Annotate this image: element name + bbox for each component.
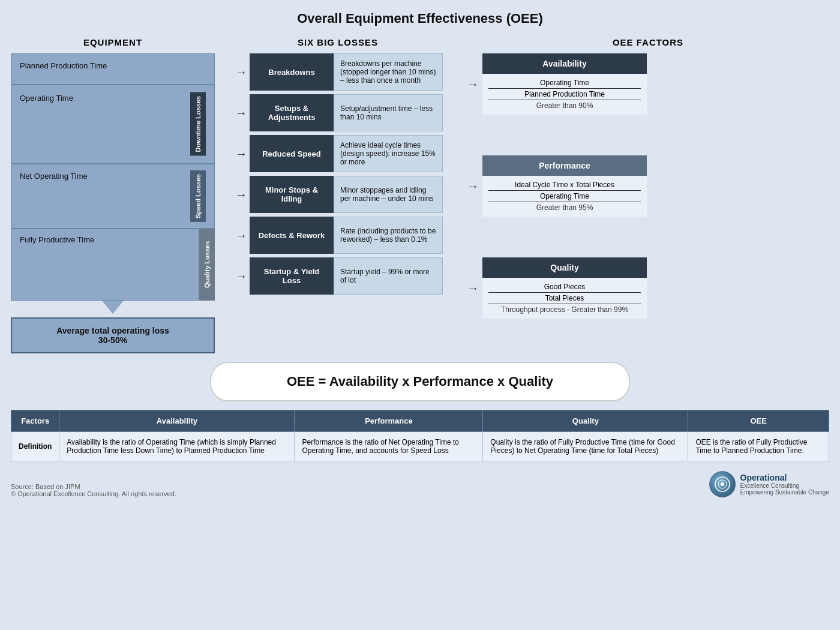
avail-header: Availability — [482, 53, 647, 74]
avg-loss-box: Average total operating loss 30-50% — [11, 317, 215, 353]
qual-row: → Quality Good Pieces Total Pieces Throu… — [467, 257, 647, 319]
loss-desc-3: Minor stoppages and idling per machine –… — [334, 176, 443, 213]
speed-tag: Speed Losses — [190, 170, 206, 222]
avail-formula-top: Operating Time — [488, 79, 641, 89]
losses-list: Breakdowns Breakdowns per machine (stopp… — [233, 53, 443, 295]
table-header-quality: Quality — [483, 410, 688, 431]
footer-logo: Operational Excellence ConsultingEmpower… — [709, 471, 829, 497]
table-header-row: FactorsAvailabilityPerformanceQualityOEE — [11, 410, 829, 431]
arrow-right-4 — [233, 217, 250, 254]
avail-formula-bottom: Planned Production Time — [488, 90, 641, 100]
table-cell-quality: Quality is the ratio of Fully Productive… — [483, 431, 688, 461]
table-head: FactorsAvailabilityPerformanceQualityOEE — [11, 410, 829, 431]
loss-box-2: Reduced Speed — [250, 135, 334, 172]
avg-label: Average total operating loss — [56, 326, 169, 335]
arrow-right-5 — [233, 257, 250, 295]
ot-label: Operating Time — [20, 92, 190, 156]
loss-box-0: Breakdowns — [250, 53, 334, 91]
table-cell-performance: Performance is the ratio of Net Operatin… — [295, 431, 483, 461]
ppt-box: Planned Production Time — [11, 53, 215, 85]
factors-column: OEE FACTORS → Availability Operating Tim… — [443, 37, 829, 319]
loss-item: Breakdowns Breakdowns per machine (stopp… — [233, 53, 443, 91]
table-cell-label: Definition — [11, 431, 59, 461]
loss-item: Reduced Speed Achieve ideal cycle times … — [233, 135, 443, 172]
avail-row: → Availability Operating Time Planned Pr… — [467, 53, 647, 115]
perf-pct: Greater than 95% — [488, 203, 641, 212]
bottom-table: FactorsAvailabilityPerformanceQualityOEE… — [11, 410, 829, 461]
downtime-tag: Downtime Losses — [190, 92, 206, 156]
perf-formula-bottom: Operating Time — [488, 192, 641, 202]
loss-desc-4: Rate (including products to be reworked)… — [334, 217, 443, 254]
copyright-text: © Operational Excellence Consulting. All… — [11, 490, 176, 497]
table-row: DefinitionAvailability is the ratio of O… — [11, 431, 829, 461]
table-header-availability: Availability — [59, 410, 295, 431]
arrow-qual: → — [467, 281, 479, 295]
page-title: Overall Equipment Effectiveness (OEE) — [11, 11, 829, 26]
down-arrow — [11, 301, 215, 314]
loss-box-5: Startup & Yield Loss — [250, 257, 334, 295]
logo-name: Operational — [740, 473, 829, 482]
ppt-label: Planned Production Time — [20, 61, 107, 70]
perf-block: Performance Ideal Cycle Time x Total Pie… — [482, 155, 647, 217]
quality-factor: → Quality Good Pieces Total Pieces Throu… — [467, 257, 647, 319]
avail-pct: Greater than 90% — [488, 101, 641, 110]
logo-text-area: Operational Excellence ConsultingEmpower… — [740, 473, 829, 496]
table-header-oee: OEE — [688, 410, 829, 431]
losses-column: SIX BIG LOSSES Breakdowns Breakdowns per… — [215, 37, 443, 295]
oee-formula-banner: OEE = Availability x Performance x Quali… — [210, 362, 630, 401]
factors-header: OEE FACTORS — [467, 37, 829, 47]
loss-item: Setups & Adjustments Setup/adjustment ti… — [233, 94, 443, 131]
table-header-performance: Performance — [295, 410, 483, 431]
fpt-row: Fully Productive Time Quality Losses — [11, 229, 215, 301]
avail-body: Operating Time Planned Production Time G… — [482, 74, 647, 115]
qual-formula-top: Good Pieces — [488, 283, 641, 293]
logo-sub: Excellence ConsultingEmpowering Sustaina… — [740, 482, 829, 496]
table-cell-oee: OEE is the ratio of Fully Productive Tim… — [688, 431, 829, 461]
loss-desc-2: Achieve ideal cycle times (design speed)… — [334, 135, 443, 172]
qual-header: Quality — [482, 257, 647, 278]
source-text: Source: Based on JIPM — [11, 483, 176, 490]
arrow-perf: → — [467, 179, 479, 193]
logo-circle-icon — [709, 471, 736, 497]
footer: Source: Based on JIPM © Operational Exce… — [11, 471, 829, 497]
performance-factor: → Performance Ideal Cycle Time x Total P… — [467, 155, 647, 217]
arrow-right-2 — [233, 135, 250, 172]
loss-desc-0: Breakdowns per machine (stopped longer t… — [334, 53, 443, 91]
qual-formula-bottom: Total Pieces — [488, 294, 641, 304]
loss-box-4: Defects & Rework — [250, 217, 334, 254]
qual-body: Good Pieces Total Pieces Throughput proc… — [482, 278, 647, 319]
perf-body: Ideal Cycle Time x Total Pieces Operatin… — [482, 176, 647, 217]
operating-time-box: Operating Time Downtime Losses — [11, 85, 215, 164]
avg-value: 30-50% — [56, 335, 169, 345]
qual-block: Quality Good Pieces Total Pieces Through… — [482, 257, 647, 319]
oee-formula-area: OEE = Availability x Performance x Quali… — [11, 362, 829, 401]
not-label: Net Operating Time — [20, 170, 190, 222]
net-operating-time-box: Net Operating Time Speed Losses — [11, 164, 215, 229]
availability-factor: → Availability Operating Time Planned Pr… — [467, 53, 647, 115]
arrow-right-0 — [233, 53, 250, 91]
table-header-factors: Factors — [11, 410, 59, 431]
footer-left: Source: Based on JIPM © Operational Exce… — [11, 483, 176, 497]
svg-point-2 — [721, 482, 724, 486]
qual-pct: Throughput process - Greater than 99% — [488, 305, 641, 314]
fpt-box: Fully Productive Time — [11, 229, 199, 301]
loss-desc-1: Setup/adjustment time – less than 10 min… — [334, 94, 443, 131]
loss-desc-5: Startup yield – 99% or more of lot — [334, 257, 443, 295]
arrow-avail: → — [467, 77, 479, 91]
arrow-right-3 — [233, 176, 250, 213]
perf-header: Performance — [482, 155, 647, 176]
factors-list: → Availability Operating Time Planned Pr… — [467, 53, 647, 319]
avail-block: Availability Operating Time Planned Prod… — [482, 53, 647, 115]
loss-box-1: Setups & Adjustments — [250, 94, 334, 131]
loss-item: Startup & Yield Loss Startup yield – 99%… — [233, 257, 443, 295]
table-cell-availability: Availability is the ratio of Operating T… — [59, 431, 295, 461]
loss-item: Defects & Rework Rate (including product… — [233, 217, 443, 254]
table-body: DefinitionAvailability is the ratio of O… — [11, 431, 829, 461]
perf-formula-top: Ideal Cycle Time x Total Pieces — [488, 181, 641, 191]
diagram-area: EQUIPMENT Planned Production Time Operat… — [11, 37, 829, 353]
equipment-header: EQUIPMENT — [11, 37, 215, 47]
equipment-column: EQUIPMENT Planned Production Time Operat… — [11, 37, 215, 353]
loss-box-3: Minor Stops & Idling — [250, 176, 334, 213]
quality-tag: Quality Losses — [199, 229, 215, 301]
arrow-right-1 — [233, 94, 250, 131]
